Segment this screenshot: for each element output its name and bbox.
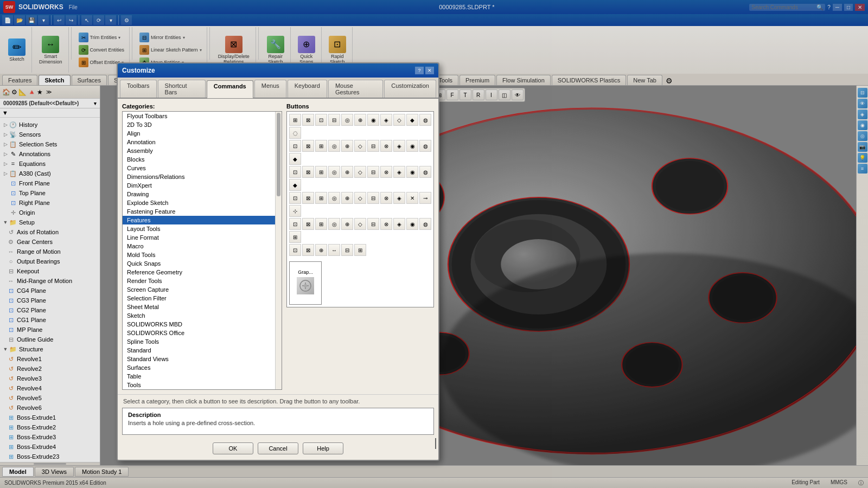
dialog-tab-mouse-gestures[interactable]: Mouse Gestures [328,80,383,98]
cat-sheet-metal[interactable]: Sheet Metal [123,303,275,311]
feature-btn-48[interactable]: ⊹ [289,205,301,217]
cat-fastening-feature[interactable]: Fastening Feature [123,207,275,216]
cat-curves[interactable]: Curves [123,164,275,172]
feature-btn-23[interactable]: ◍ [419,140,431,152]
dialog-ok-button[interactable]: OK [213,442,253,454]
feature-btn-4[interactable]: ⊟ [328,114,340,126]
feature-btn-35[interactable]: ◍ [419,166,431,178]
cat-sketch[interactable]: Sketch [123,311,275,320]
feature-btn-20[interactable]: ⊗ [380,140,392,152]
feature-btn-47[interactable]: ⊸ [419,192,431,204]
cat-spline-tools[interactable]: Spline Tools [123,337,275,346]
feature-btn-51[interactable]: ⊞ [315,218,327,230]
feature-btn-65[interactable]: ⊟ [341,244,353,256]
feature-btn-37[interactable]: ⊡ [289,192,301,204]
feature-btn-40[interactable]: ◎ [328,192,340,204]
cat-tools[interactable]: Tools [123,381,275,389]
cat-drawing[interactable]: Drawing [123,190,275,198]
cat-line-format[interactable]: Line Format [123,233,275,242]
dialog-close-button[interactable]: ✕ [425,67,434,74]
feature-btn-9[interactable]: ◇ [393,114,405,126]
feature-btn-49[interactable]: ⊡ [289,218,301,230]
feature-btn-28[interactable]: ◎ [328,166,340,178]
cat-table[interactable]: Table [123,372,275,381]
feature-btn-3[interactable]: ⊡ [315,114,327,126]
dialog-tab-menus[interactable]: Menus [254,80,286,98]
feature-btn-25[interactable]: ⊡ [289,166,301,178]
feature-btn-59[interactable]: ◍ [419,218,431,230]
cat-layout-tools[interactable]: Layout Tools [123,224,275,233]
cat-reference-geometry[interactable]: Reference Geometry [123,268,275,277]
feature-btn-16[interactable]: ◎ [328,140,340,152]
feature-btn-31[interactable]: ⊟ [367,166,379,178]
dialog-tab-toolbars[interactable]: Toolbars [120,80,157,98]
cat-standard-views[interactable]: Standard Views [123,355,275,363]
cat-render-tools[interactable]: Render Tools [123,277,275,285]
feature-btn-12[interactable]: ◌ [289,127,301,139]
feature-btn-27[interactable]: ⊞ [315,166,327,178]
feature-btn-46[interactable]: ✕ [406,192,418,204]
feature-btn-45[interactable]: ◈ [393,192,405,204]
cat-macro[interactable]: Macro [123,242,275,251]
dialog-tab-shortcut-bars[interactable]: Shortcut Bars [158,80,206,98]
feature-btn-39[interactable]: ⊞ [315,192,327,204]
feature-btn-6[interactable]: ⊕ [354,114,366,126]
dialog-help-action-button[interactable]: Help [303,442,343,454]
feature-btn-50[interactable]: ⊠ [302,218,314,230]
feature-btn-44[interactable]: ⊗ [380,192,392,204]
feature-btn-61[interactable]: ⊡ [289,244,301,256]
cat-standard[interactable]: Standard [123,346,275,355]
feature-btn-7[interactable]: ◉ [367,114,379,126]
feature-btn-34[interactable]: ◉ [406,166,418,178]
cat-flyout-toolbars[interactable]: Flyout Toolbars [123,112,275,120]
feature-btn-21[interactable]: ◈ [393,140,405,152]
feature-btn-38[interactable]: ⊠ [302,192,314,204]
feature-btn-24[interactable]: ◆ [289,153,301,165]
feature-btn-56[interactable]: ⊗ [380,218,392,230]
cat-selection-filter[interactable]: Selection Filter [123,294,275,303]
feature-btn-43[interactable]: ⊟ [367,192,379,204]
cat-explode-sketch[interactable]: Explode Sketch [123,198,275,207]
feature-btn-26[interactable]: ⊠ [302,166,314,178]
dialog-tab-commands[interactable]: Commands [207,80,253,98]
cat-2d-to-3d[interactable]: 2D To 3D [123,120,275,129]
feature-btn-64[interactable]: ↔ [328,244,340,256]
feature-btn-30[interactable]: ◇ [354,166,366,178]
cat-surfaces[interactable]: Surfaces [123,363,275,372]
feature-btn-36[interactable]: ◆ [289,179,301,191]
feature-btn-33[interactable]: ◈ [393,166,405,178]
feature-btn-29[interactable]: ⊕ [341,166,353,178]
dialog-tab-customization[interactable]: Customization [384,80,436,98]
cat-dimensions-relations[interactable]: Dimensions/Relations [123,172,275,181]
cat-dimxpert[interactable]: DimXpert [123,181,275,190]
feature-btn-62[interactable]: ⊠ [302,244,314,256]
dialog-tab-keyboard[interactable]: Keyboard [288,80,327,98]
categories-scrollbar[interactable] [275,112,282,389]
feature-btn-32[interactable]: ⊗ [380,166,392,178]
feature-btn-42[interactable]: ◇ [354,192,366,204]
feature-btn-53[interactable]: ⊕ [341,218,353,230]
cat-screen-capture[interactable]: Screen Capture [123,285,275,294]
feature-btn-66[interactable]: ⊞ [354,244,366,256]
cat-mold-tools[interactable]: Mold Tools [123,251,275,259]
feature-btn-18[interactable]: ◇ [354,140,366,152]
cat-assembly[interactable]: Assembly [123,146,275,155]
feature-btn-1[interactable]: ⊞ [289,114,301,126]
feature-btn-10[interactable]: ◆ [406,114,418,126]
feature-btn-5[interactable]: ◎ [341,114,353,126]
feature-btn-63[interactable]: ⊕ [315,244,327,256]
feature-btn-11[interactable]: ◍ [419,114,431,126]
cat-solidworks-office[interactable]: SOLIDWORKS Office [123,329,275,337]
feature-btn-22[interactable]: ◉ [406,140,418,152]
feature-btn-52[interactable]: ◎ [328,218,340,230]
feature-btn-55[interactable]: ⊟ [367,218,379,230]
cat-quick-snaps[interactable]: Quick Snaps [123,259,275,268]
cat-blocks[interactable]: Blocks [123,155,275,164]
feature-btn-14[interactable]: ⊠ [302,140,314,152]
feature-btn-60[interactable]: ⊞ [289,231,301,243]
cat-solidworks-mbd[interactable]: SOLIDWORKS MBD [123,320,275,329]
feature-btn-8[interactable]: ◈ [380,114,392,126]
dialog-help-button[interactable]: ? [415,67,424,74]
feature-btn-58[interactable]: ◉ [406,218,418,230]
feature-btn-2[interactable]: ⊠ [302,114,314,126]
